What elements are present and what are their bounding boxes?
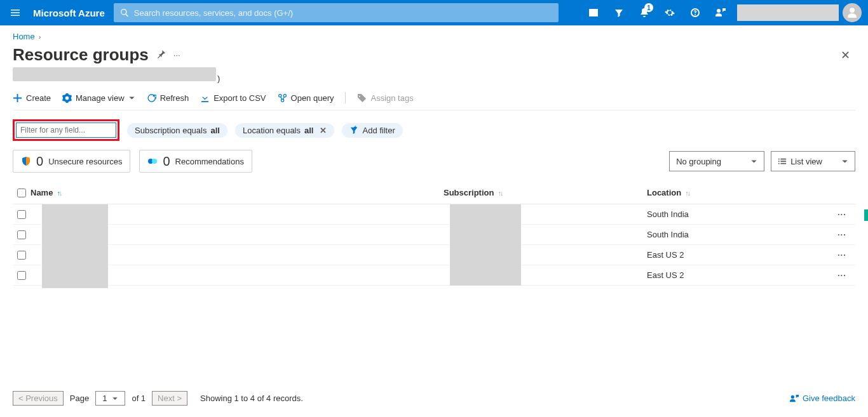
advisor-icon (147, 156, 158, 166)
row-checkbox[interactable] (17, 230, 26, 239)
query-icon (278, 93, 287, 103)
cloud-shell-button[interactable] (581, 0, 606, 25)
title-row: Resource groups ··· (13, 45, 855, 65)
select-all-checkbox[interactable] (17, 189, 26, 197)
shield-icon (21, 156, 31, 166)
subscription-filter-prefix: Subscription equals (135, 126, 207, 135)
breadcrumb: Home › (13, 32, 855, 41)
location-header-label: Location (647, 188, 681, 197)
more-button[interactable]: ··· (173, 50, 180, 60)
add-filter-icon (349, 126, 358, 135)
brand-label: Microsoft Azure (31, 8, 114, 18)
list-icon (778, 157, 787, 166)
subscription-filter-pill[interactable]: Subscription equals all (127, 123, 227, 138)
settings-button[interactable] (657, 0, 682, 25)
location-filter-pill[interactable]: Location equals all ✕ (235, 123, 335, 138)
assign-tags-label: Assign tags (370, 93, 413, 103)
unsecure-count: 0 (36, 154, 43, 169)
view-mode-value: List view (790, 157, 822, 166)
feedback-icon (790, 394, 799, 403)
svg-point-2 (281, 99, 283, 102)
pagination-bar: < Previous Page 1 of 1 Next > Showing 1 … (13, 391, 855, 406)
name-column-header[interactable]: Name↑↓ (31, 188, 444, 197)
pin-button[interactable] (156, 50, 166, 61)
feedback-button[interactable] (708, 0, 733, 25)
gear-icon (665, 8, 675, 18)
page-number: 1 (102, 394, 107, 403)
table-row[interactable]: East US 2 ··· (13, 265, 855, 286)
svg-point-0 (278, 94, 281, 96)
subscription-column-header[interactable]: Subscription↑↓ (444, 188, 647, 197)
view-mode-dropdown[interactable]: List view (771, 151, 855, 171)
person-feedback-icon (715, 8, 726, 18)
chevron-down-icon (112, 395, 118, 402)
global-search[interactable] (114, 3, 559, 22)
pin-icon (156, 50, 166, 59)
filter-input[interactable] (16, 122, 116, 138)
subscription-filter-value: all (210, 126, 219, 135)
name-header-label: Name (31, 188, 53, 197)
export-csv-label: Export to CSV (214, 93, 266, 103)
page-select[interactable]: 1 (95, 391, 125, 406)
view-controls: No grouping List view (669, 151, 855, 171)
row-checkbox[interactable] (17, 271, 26, 280)
user-avatar[interactable] (843, 3, 862, 22)
notifications-button[interactable]: 1 (632, 0, 657, 25)
svg-point-1 (283, 94, 286, 96)
table-row[interactable]: South India ··· (13, 225, 855, 245)
chevron-down-icon (841, 158, 848, 165)
svg-point-4 (152, 159, 157, 164)
filter-icon (614, 8, 624, 18)
row-checkbox[interactable] (17, 210, 26, 219)
export-csv-button[interactable]: Export to CSV (200, 93, 266, 103)
command-bar: Create Manage view Refresh Export to CSV… (13, 92, 855, 110)
global-search-input[interactable] (134, 8, 552, 18)
location-column-header[interactable]: Location↑↓ (647, 188, 837, 197)
table-row[interactable]: South India ··· (13, 204, 855, 225)
recommendations-card[interactable]: 0 Recommendations (139, 150, 252, 173)
name-column-mask (42, 204, 108, 288)
row-actions-button[interactable]: ··· (837, 230, 855, 239)
create-label: Create (26, 93, 51, 103)
subscription-column-mask (450, 204, 521, 286)
breadcrumb-home[interactable]: Home (13, 32, 35, 41)
page-title: Resource groups (13, 45, 149, 65)
location-filter-prefix: Location equals (243, 126, 301, 135)
open-query-button[interactable]: Open query (278, 93, 334, 103)
row-actions-button[interactable]: ··· (837, 209, 855, 219)
manage-view-button[interactable]: Manage view (62, 93, 135, 103)
help-button[interactable] (682, 0, 708, 25)
remove-filter-button[interactable]: ✕ (317, 126, 327, 135)
row-actions-button[interactable]: ··· (837, 270, 855, 280)
add-filter-label: Add filter (362, 126, 395, 135)
unsecure-label: Unsecure resources (48, 157, 122, 166)
row-actions-button[interactable]: ··· (837, 250, 855, 260)
grouping-dropdown[interactable]: No grouping (669, 151, 764, 171)
add-filter-button[interactable]: Add filter (342, 123, 402, 138)
row-checkbox[interactable] (17, 251, 26, 260)
select-all-cell (13, 189, 31, 197)
menu-button[interactable] (0, 0, 31, 25)
filter-row: Subscription equals all Location equals … (13, 119, 855, 141)
refresh-label: Refresh (160, 93, 189, 103)
plus-icon (13, 93, 22, 103)
subscription-paren: ) (217, 74, 220, 83)
row-location: East US 2 (647, 250, 684, 260)
unsecure-card[interactable]: 0 Unsecure resources (13, 150, 130, 173)
create-button[interactable]: Create (13, 93, 51, 103)
table-body: South India ··· South India ··· East US … (13, 204, 855, 286)
sort-icon: ↑↓ (685, 189, 689, 197)
recommendations-label: Recommendations (175, 157, 244, 166)
search-icon (120, 8, 129, 17)
notification-badge: 1 (644, 3, 653, 12)
table-row[interactable]: East US 2 ··· (13, 245, 855, 265)
row-location: East US 2 (647, 270, 684, 280)
row-location: South India (647, 230, 689, 239)
refresh-button[interactable]: Refresh (147, 93, 189, 103)
account-email-mask (737, 4, 839, 21)
close-button[interactable]: ✕ (841, 48, 850, 62)
give-feedback-button[interactable]: Give feedback (790, 394, 855, 403)
directory-button[interactable] (606, 0, 632, 25)
next-page-button: Next > (152, 391, 187, 406)
feedback-label: Give feedback (803, 394, 855, 403)
